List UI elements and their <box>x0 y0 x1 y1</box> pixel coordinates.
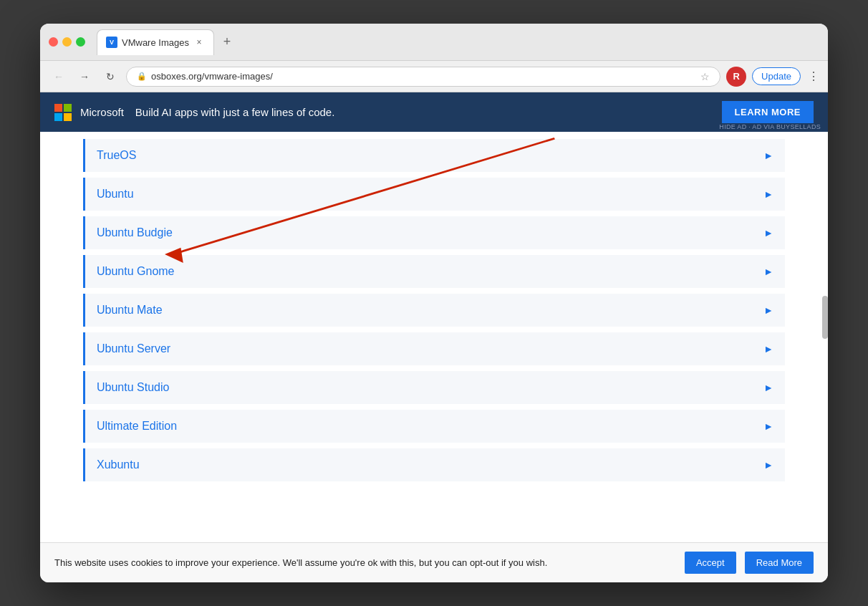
read-more-button[interactable]: Read More <box>745 552 814 574</box>
chevron-right-icon: ► <box>763 150 773 161</box>
list-container: TrueOS ► Ubuntu ► Ubuntu Budgie ► Ubuntu… <box>83 139 785 481</box>
chevron-right-icon: ► <box>763 266 773 277</box>
ad-banner: Microsoft Build AI apps with just a few … <box>40 92 828 132</box>
microsoft-logo <box>54 104 72 121</box>
chevron-right-icon: ► <box>763 343 773 355</box>
ms-red-square <box>54 104 62 112</box>
refresh-button[interactable]: ↻ <box>100 67 120 87</box>
tab-close-button[interactable]: × <box>193 37 205 48</box>
maximize-button[interactable] <box>76 37 85 47</box>
close-button[interactable] <box>49 37 58 47</box>
minimize-button[interactable] <box>62 37 72 47</box>
list-item[interactable]: Ultimate Edition ► <box>83 410 785 443</box>
browser-menu-icon[interactable]: ⋮ <box>808 69 819 83</box>
scrollbar[interactable] <box>822 296 828 339</box>
title-bar: V VMware Images × + <box>40 24 828 61</box>
cookie-bar: This website uses cookies to improve you… <box>40 542 828 582</box>
list-item-label: Ubuntu <box>97 188 134 201</box>
traffic-lights <box>49 37 85 47</box>
cookie-text: This website uses cookies to improve you… <box>54 557 676 568</box>
list-item-label: TrueOS <box>97 149 136 162</box>
ad-text: Build AI apps with just a few lines of c… <box>135 106 713 118</box>
list-item-label: Ubuntu Studio <box>97 381 169 394</box>
new-tab-button[interactable]: + <box>217 32 237 52</box>
chevron-right-icon: ► <box>763 420 773 432</box>
url-value: osboxes.org/vmware-images/ <box>151 71 273 82</box>
list-item-label: Ultimate Edition <box>97 420 177 433</box>
chevron-right-icon: ► <box>763 227 773 239</box>
active-tab[interactable]: V VMware Images × <box>97 29 214 55</box>
list-item-label: Ubuntu Server <box>97 342 170 355</box>
chevron-right-icon: ► <box>763 459 773 471</box>
tab-title: VMware Images <box>122 37 189 48</box>
address-bar: ← → ↻ 🔒 osboxes.org/vmware-images/ ☆ R U… <box>40 61 828 92</box>
ad-brand: Microsoft <box>80 106 124 118</box>
ad-meta: HIDE AD · AD VIA BUYSELLADS <box>719 123 821 130</box>
tab-bar: V VMware Images × + <box>97 29 819 55</box>
ms-green-square <box>64 104 72 112</box>
list-item[interactable]: Ubuntu Studio ► <box>83 371 785 404</box>
list-item-label: Ubuntu Gnome <box>97 265 175 278</box>
main-content: TrueOS ► Ubuntu ► Ubuntu Budgie ► Ubuntu… <box>40 132 828 542</box>
main-wrapper: TrueOS ► Ubuntu ► Ubuntu Budgie ► Ubuntu… <box>40 132 828 542</box>
url-bar[interactable]: 🔒 osboxes.org/vmware-images/ ☆ <box>126 67 720 87</box>
update-button[interactable]: Update <box>752 67 801 85</box>
tab-favicon: V <box>106 37 117 48</box>
list-item[interactable]: Ubuntu Gnome ► <box>83 255 785 288</box>
chevron-right-icon: ► <box>763 382 773 393</box>
ms-blue-square <box>54 113 62 121</box>
chevron-right-icon: ► <box>763 188 773 200</box>
list-item-label: Ubuntu Mate <box>97 304 163 317</box>
profile-avatar[interactable]: R <box>726 67 746 87</box>
list-item[interactable]: Xubuntu ► <box>83 448 785 481</box>
list-item-label: Xubuntu <box>97 458 140 471</box>
list-item[interactable]: Ubuntu Budgie ► <box>83 216 785 249</box>
accept-cookies-button[interactable]: Accept <box>685 552 736 574</box>
list-item[interactable]: TrueOS ► <box>83 139 785 172</box>
browser-window: V VMware Images × + ← → ↻ 🔒 osboxes.org/… <box>40 24 828 582</box>
bookmark-icon[interactable]: ☆ <box>700 71 710 82</box>
lock-icon: 🔒 <box>137 72 147 81</box>
list-item-label: Ubuntu Budgie <box>97 226 173 239</box>
url-text: osboxes.org/vmware-images/ <box>151 71 696 82</box>
list-item[interactable]: Ubuntu Mate ► <box>83 294 785 327</box>
ms-yellow-square <box>64 113 72 121</box>
list-item[interactable]: Ubuntu Server ► <box>83 332 785 365</box>
back-button[interactable]: ← <box>49 67 69 87</box>
chevron-right-icon: ► <box>763 304 773 316</box>
learn-more-button[interactable]: LEARN MORE <box>722 101 814 123</box>
list-item[interactable]: Ubuntu ► <box>83 178 785 211</box>
forward-button[interactable]: → <box>74 67 95 87</box>
